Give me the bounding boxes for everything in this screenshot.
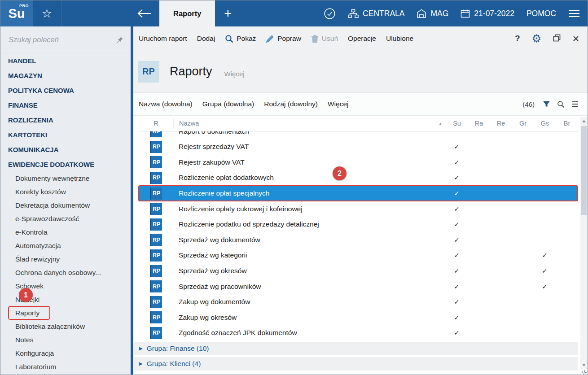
column-header-re[interactable]: Re [490,119,512,128]
sidebar-item-dokumenty-wewn-trzne[interactable]: Dokumenty wewnętrzne [0,172,131,185]
sidebar-item-laboratorium[interactable]: Laboratorium [0,360,131,374]
toolbar-button-uruchom-raport[interactable]: Uruchom raport [134,26,192,51]
close-icon[interactable]: ✕ [572,34,579,44]
pencil-icon [266,35,274,43]
sidebar-item-e-kontrola[interactable]: e-Kontrola [0,226,131,239]
report-icon: RP [150,156,162,168]
table-row[interactable]: RPRaport o dokumentach [139,131,578,139]
sidebar: HANDELMAGAZYNPOLITYKA CENOWAFINANSEROZLI… [0,26,131,375]
help-menu[interactable]: POMOC [527,9,556,18]
sidebar-item-automatyzacja[interactable]: Automatyzacja [0,239,131,253]
sync-status-icon[interactable] [324,8,336,20]
filter-rodzaj-dowolny[interactable]: Rodzaj (dowolny) [259,100,323,108]
row-content: RPRozliczenie opłaty cukrowej i kofeinow… [139,201,578,217]
warehouse-selector[interactable]: MAG [417,9,448,18]
sidebar-item-ochrona-danych-osobowy[interactable]: Ochrona danych osobowy... [0,266,131,279]
row-content: RPRaport o dokumentach [139,131,578,139]
sidebar-item-lad-rewizyjny[interactable]: Ślad rewizyjny [0,253,131,266]
app-logo[interactable]: Su PRO [0,0,33,26]
search-input[interactable] [8,35,113,44]
report-name: Sprzedaż wg dokumentów [173,236,446,244]
sidebar-category-handel[interactable]: HANDEL [0,53,131,68]
pin-icon[interactable] [116,36,123,44]
sidebar-category-kartoteki[interactable]: KARTOTEKI [0,127,131,142]
group-row-grupa-klienci-4[interactable]: ▶Grupa: Klienci (4) [134,357,578,371]
column-header-ra[interactable]: Ra [468,119,490,128]
toolbar-button-poka[interactable]: Pokaż [220,26,261,51]
vertical-scrollbar[interactable] [580,117,588,369]
table-row[interactable]: RPRozliczenie opłat dodatkowych✓ [139,170,578,186]
table-row[interactable]: RPRozliczenie opłaty cukrowej i kofeinow… [139,201,578,217]
sidebar-category-komunikacja[interactable]: KOMUNIKACJA [0,142,131,157]
filter-right: (46) [522,100,582,108]
table-row[interactable]: RPZakup wg dokumentów✓ [139,294,578,310]
column-header-nazwa[interactable]: Nazwa▲ [173,119,446,128]
toolbar-button-usu[interactable]: Usuń [306,26,343,51]
table-row[interactable]: RPRejestr zakupów VAT✓ [139,155,578,170]
favorites-star-icon[interactable]: ☆ [33,0,61,26]
module-badge: RP [138,61,159,83]
toolbar-button-dodaj[interactable]: Dodaj [192,26,220,51]
new-tab-button[interactable]: + [224,7,232,20]
table-row[interactable]: RPZakup wg okresów✓ [139,310,578,326]
table-row[interactable]: RPSprzedaż wg okresów✓✓ [139,263,578,279]
table-row[interactable]: RPSprzedaż wg kategorii✓✓ [139,248,578,263]
help-button[interactable]: ? [515,34,520,44]
table-row[interactable]: RPSprzedaż wg dokumentów✓ [139,232,578,248]
sidebar-item-biblioteka-za-cznik-w[interactable]: Biblioteka załączników [0,320,131,333]
toolbar-button-ulubione[interactable]: Ulubione [381,26,418,51]
toolbar-button-operacje[interactable]: Operacje [343,26,381,51]
filter-funnel-icon[interactable] [543,100,550,108]
header-more-link[interactable]: Więcej [224,70,245,78]
table-row[interactable]: RPRejestr sprzedaży VAT✓ [139,139,578,155]
table-row[interactable]: RPRozliczenie opłat specjalnych✓ [139,186,578,201]
filter-nazwa-dowolna[interactable]: Nazwa (dowolna) [134,100,197,108]
content-header: RP Raporty Więcej [133,51,588,92]
column-header-su[interactable]: Su [446,119,468,128]
restore-window-icon[interactable] [553,34,561,44]
filter-bar: Nazwa (dowolna)Grupa (dowolna)Rodzaj (do… [133,92,588,116]
column-header-gr[interactable]: Gr [512,119,534,128]
sidebar-category-rozliczenia[interactable]: ROZLICZENIA [0,113,131,127]
tab-raporty[interactable]: Raporty [159,0,215,26]
table-row[interactable]: RPRozliczenie podatku od sprzedaży detal… [139,217,578,232]
column-header-br[interactable]: Br [556,119,578,128]
sidebar-item-korekty-koszt-w[interactable]: Korekty kosztów [0,185,131,199]
back-arrow-icon[interactable] [137,9,152,18]
sidebar-item-konfiguracja[interactable]: Konfiguracja [0,347,131,360]
list-options-icon[interactable] [571,101,579,107]
sidebar-category-ewidencje-dodatkowe[interactable]: EWIDENCJE DODATKOWE [0,157,131,172]
column-header-gs[interactable]: Gs [534,119,556,128]
sidebar-item-dekretacja-dokument-w[interactable]: Dekretacja dokumentów [0,199,131,212]
scrollbar-thumb[interactable] [581,126,587,215]
org-chart-icon [348,9,359,18]
report-name: Sprzedaż wg kategorii [173,251,446,259]
filter-wi-cej[interactable]: Więcej [323,100,354,108]
search-icon[interactable] [557,100,565,108]
report-icon: RP [150,280,162,292]
group-row-grupa-finanse-10[interactable]: ▶Grupa: Finanse (10) [134,342,578,355]
sidebar-category-magazyn[interactable]: MAGAZYN [0,68,131,83]
table-row[interactable]: RPSprzedaż wg pracowników✓✓ [139,279,578,294]
date-selector[interactable]: 21-07-2022 [461,9,514,18]
sidebar-item-notes[interactable]: Notes [0,333,131,347]
app-window: Su PRO ☆ Raporty + CENTRALA MAG 21-07-20… [0,0,588,375]
sidebar-category-finanse[interactable]: FINANSE [0,98,131,113]
filter-grupa-dowolna[interactable]: Grupa (dowolna) [197,100,259,108]
row-content: RPSprzedaż wg dokumentów✓ [139,232,578,248]
report-icon: RP [150,327,162,339]
report-name: Zakup wg okresów [173,314,446,322]
sidebar-category-polityka-cenowa[interactable]: POLITYKA CENOWA [0,83,131,98]
toolbar-button-popraw[interactable]: Popraw [261,26,306,51]
gear-icon[interactable]: ⚙ [532,33,542,44]
scroll-down-icon[interactable] [582,364,586,366]
report-name: Sprzedaż wg okresów [173,267,446,275]
hamburger-menu-icon[interactable] [568,9,580,17]
column-header-r[interactable]: R [139,120,173,127]
table-row[interactable]: RPZgodność oznaczeń JPK dokumentów✓ [139,325,578,341]
checkmark-su: ✓ [446,329,468,336]
branch-selector[interactable]: CENTRALA [348,9,404,18]
scroll-up-icon[interactable] [582,120,586,122]
topbar-right: CENTRALA MAG 21-07-2022 POMOC [324,8,588,20]
sidebar-item-e-sprawozdawczo[interactable]: e-Sprawozdawczość [0,212,131,226]
